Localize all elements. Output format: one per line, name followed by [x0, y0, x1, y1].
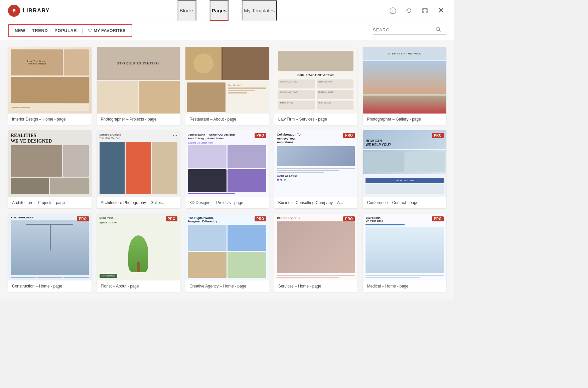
- pro-badge-business: PRO: [343, 133, 355, 138]
- card-label-arch-photo-gallery: Architecture Photography – Galler...: [97, 197, 180, 208]
- card-thumb-business-consulting: PRO Collaboration ToAchieve YourAspirati…: [274, 130, 358, 197]
- svg-rect-4: [424, 11, 426, 13]
- tab-blocks[interactable]: Blocks: [178, 0, 196, 21]
- card-thumb-3d-designer: PRO John Mcwinn — Senior CGI Designerfro…: [185, 130, 269, 197]
- card-label-photographer-projects: Photographer – Projects - page: [97, 114, 180, 125]
- logo-area: e LIBRARY: [8, 5, 50, 17]
- card-thumb-arch-photo: ⋯ Shapes & ColorsThat Make You Feel: [97, 130, 180, 197]
- svg-text:i: i: [392, 9, 393, 13]
- card-thumb-skybuilders: PRO ■ SKYBUILDERS: [8, 214, 92, 280]
- card-photographer-gallery[interactable]: STEP INTO THE WILD Photographer – Galler…: [363, 47, 446, 125]
- card-thumb-floral: PRO Bring Your Space To Life Let's Talk …: [97, 214, 180, 280]
- photographer-thumb-text: STORIES IN PHOTOS: [97, 47, 180, 80]
- filter-new[interactable]: NEW: [12, 27, 28, 34]
- tab-my-templates[interactable]: My Templates: [242, 0, 277, 21]
- card-interior-design[interactable]: Love Your Home,With Our Design Interior …: [8, 47, 92, 125]
- pro-badge-floral: PRO: [166, 216, 177, 221]
- card-arch-photo-gallery[interactable]: ⋯ Shapes & ColorsThat Make You Feel Arch…: [97, 130, 180, 208]
- card-our-services[interactable]: PRO OUR SERVICES Services – Home - page: [274, 214, 358, 292]
- card-label-law-firm-services: Law Firm – Services - page: [274, 114, 358, 125]
- search-icon: [436, 27, 441, 33]
- card-law-firm-services[interactable]: OUR PRACTICE AREAS CORPORATE LAW CRIMINA…: [274, 47, 358, 125]
- card-label-floral: Florist – About - page: [97, 280, 180, 292]
- card-label-business-consulting: Business Consulting Company – A...: [274, 197, 358, 208]
- refresh-button[interactable]: [404, 5, 414, 16]
- cards-grid: Love Your Home,With Our Design Interior …: [8, 47, 446, 292]
- heart-icon: ♡: [88, 28, 92, 33]
- svg-rect-2: [423, 8, 427, 13]
- pro-badge-skybuilders: PRO: [77, 216, 89, 221]
- svg-line-6: [439, 30, 441, 31]
- card-thumb-photographer-gallery: STEP INTO THE WILD: [363, 47, 446, 114]
- card-thumb-our-services: PRO OUR SERVICES: [274, 214, 358, 280]
- card-thumb-conference-contact: PRO HOW CANWE HELP YOU? DROP US A LINE: [363, 130, 446, 197]
- elementor-logo: e: [8, 5, 20, 17]
- pro-badge-digital: PRO: [255, 216, 266, 221]
- tab-pages[interactable]: Pages: [210, 0, 229, 21]
- filter-bar: NEW TREND POPULAR ♡ MY FAVORITES: [0, 21, 454, 40]
- card-business-consulting[interactable]: PRO Collaboration ToAchieve YourAspirati…: [274, 130, 358, 208]
- filter-divider: [82, 28, 83, 34]
- pro-badge: PRO: [255, 133, 266, 138]
- pro-badge-conference: PRO: [432, 133, 444, 138]
- card-thumb-law-firm: OUR PRACTICE AREAS CORPORATE LAW CRIMINA…: [274, 47, 358, 114]
- card-label-conference-contact: Conference – Contact - page: [363, 197, 446, 208]
- info-button[interactable]: i: [388, 5, 398, 16]
- card-architecture-projects[interactable]: REALITIESWE'VE DESIGNED Architecture – P…: [8, 130, 92, 208]
- card-digital-world[interactable]: PRO The Digital World,Imagined Different…: [185, 214, 269, 292]
- card-label-3d-designer-projects: 3D Designer – Projects - page: [185, 197, 269, 208]
- card-health[interactable]: PRO Your Health,On Your Time Medical – H…: [363, 214, 446, 292]
- search-area: [373, 27, 446, 35]
- card-label-digital-world: Creative Agency – Home - page: [185, 280, 269, 292]
- card-options-icon[interactable]: ⋯: [173, 133, 177, 138]
- card-3d-designer-projects[interactable]: PRO John Mcwinn — Senior CGI Designerfro…: [185, 130, 269, 208]
- card-label-photographer-gallery: Photographer – Gallery - page: [363, 114, 446, 125]
- card-conference-contact[interactable]: PRO HOW CANWE HELP YOU? DROP US A LINE: [363, 130, 446, 208]
- save-button[interactable]: [420, 5, 430, 16]
- filter-trend[interactable]: TREND: [29, 27, 50, 34]
- header: e LIBRARY Blocks Pages My Templates i: [0, 0, 454, 21]
- card-label-our-services: Services – Home - page: [274, 280, 358, 292]
- card-skybuilders[interactable]: PRO ■ SKYBUILDERS Construction – Home - …: [8, 214, 92, 292]
- card-thumb-interior-design: Love Your Home,With Our Design: [8, 47, 92, 114]
- search-input[interactable]: [373, 27, 433, 32]
- card-label-interior-design: Interior Design – Home - page: [8, 114, 92, 125]
- card-thumb-digital-world: PRO The Digital World,Imagined Different…: [185, 214, 269, 280]
- card-thumb-architecture-projects: REALITIESWE'VE DESIGNED: [8, 130, 92, 197]
- card-thumb-health: PRO Your Health,On Your Time: [363, 214, 446, 280]
- favorites-label: MY FAVORITES: [94, 28, 126, 33]
- header-tabs: Blocks Pages My Templates: [178, 0, 277, 21]
- card-restaurant-about[interactable]: An Experience Meet The Chef: [185, 47, 269, 125]
- card-label-health: Medical – Home - page: [363, 280, 446, 292]
- pro-badge-services: PRO: [343, 216, 355, 221]
- filter-popular[interactable]: POPULAR: [52, 27, 80, 34]
- card-label-architecture-projects: Architecture – Projects - page: [8, 197, 92, 208]
- card-label-restaurant-about: Restaurant – About - page: [185, 114, 269, 125]
- filter-favorites[interactable]: ♡ MY FAVORITES: [85, 27, 128, 34]
- card-label-skybuilders: Construction – Home - page: [8, 280, 92, 292]
- grid-container: Love Your Home,With Our Design Interior …: [0, 40, 454, 299]
- pro-badge-health: PRO: [432, 216, 444, 221]
- library-modal: e LIBRARY Blocks Pages My Templates i: [0, 0, 454, 301]
- card-floral[interactable]: PRO Bring Your Space To Life Let's Talk …: [97, 214, 180, 292]
- card-photographer-projects[interactable]: STORIES IN PHOTOS Photographer – Project…: [97, 47, 180, 125]
- svg-rect-3: [424, 8, 426, 10]
- card-thumb-photographer-projects: STORIES IN PHOTOS: [97, 47, 180, 114]
- close-button[interactable]: ✕: [436, 5, 446, 16]
- filter-tabs-group: NEW TREND POPULAR ♡ MY FAVORITES: [8, 24, 132, 37]
- card-thumb-restaurant: An Experience Meet The Chef: [185, 47, 269, 114]
- header-actions: i ✕: [388, 5, 446, 16]
- library-title: LIBRARY: [23, 8, 50, 14]
